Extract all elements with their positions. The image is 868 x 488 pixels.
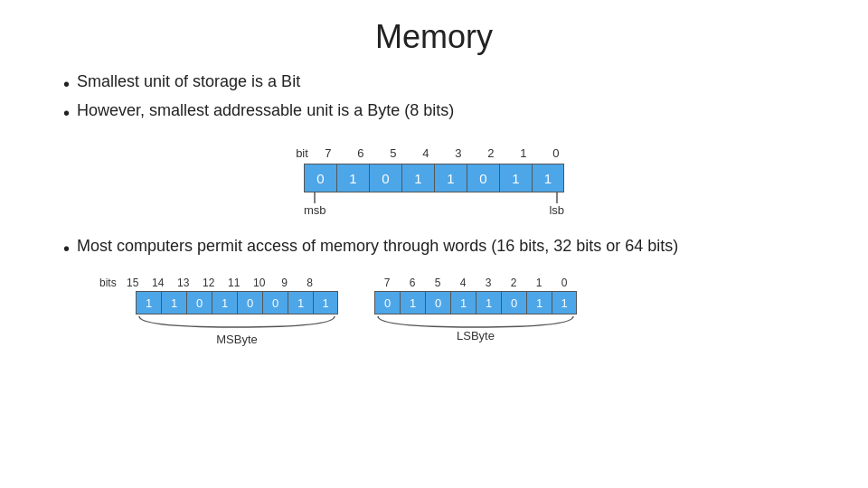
bit-cell-2: 0 [467, 164, 499, 192]
bit-label-0: 0 [540, 146, 572, 160]
word-ls-cell-5: 0 [425, 291, 450, 314]
bit-cell-3: 1 [434, 164, 467, 192]
ls-byte-label: LSByte [457, 329, 495, 343]
word-ms-cell-12: 1 [212, 291, 237, 314]
word-ls-cell-6: 1 [400, 291, 425, 314]
bit-label-4: 4 [410, 146, 442, 160]
word-ms-label-11: 11 [222, 277, 247, 289]
bit-label-6: 6 [344, 146, 377, 160]
word-ls-cell-4: 1 [450, 291, 476, 314]
word-ms-cell-9: 1 [288, 291, 313, 314]
bit-cell-7: 0 [304, 164, 336, 192]
page: Memory Smallest unit of storage is a Bit… [0, 0, 868, 488]
bullet-1: Smallest unit of storage is a Bit [63, 72, 454, 96]
word-ls-cell-0: 1 [552, 291, 577, 314]
word-ls-cell-7: 0 [374, 291, 400, 314]
page-title: Memory [54, 18, 814, 56]
ms-byte-block: bits 15 14 13 12 11 10 9 8 1 1 0 1 0 0 1… [99, 277, 338, 346]
word-ms-label-10: 10 [247, 277, 272, 289]
bit-prefix: bit [296, 146, 308, 160]
word-ls-label-2: 2 [501, 277, 526, 289]
word-ms-cell-8: 1 [313, 291, 338, 314]
word-ms-label-13: 13 [171, 277, 196, 289]
bit-label-2: 2 [475, 146, 507, 160]
word-ms-cell-13: 0 [186, 291, 212, 314]
word-ms-cell-11: 0 [237, 291, 262, 314]
byte-cells-row: 0 1 0 1 1 0 1 1 [304, 164, 564, 192]
bit-cell-5: 0 [369, 164, 401, 192]
word-ms-label-14: 14 [146, 277, 171, 289]
word-ms-label-8: 8 [297, 277, 323, 289]
bullet-3: Most computers permit access of memory t… [63, 237, 678, 260]
word-ms-cell-14: 1 [161, 291, 186, 314]
bit-cell-1: 1 [499, 164, 532, 192]
bit-label-3: 3 [442, 146, 475, 160]
bit-cell-6: 1 [336, 164, 369, 192]
word-ms-label-9: 9 [272, 277, 297, 289]
word-ls-label-4: 4 [450, 277, 476, 289]
bit-label-1: 1 [507, 146, 540, 160]
lsb-label: lsb [549, 203, 564, 217]
bits-prefix: bits [99, 277, 117, 289]
word-ms-label-12: 12 [196, 277, 222, 289]
byte-diagram: bit 7 6 5 4 3 2 1 0 0 1 0 1 1 0 1 1 msb [54, 146, 814, 217]
bit-cell-0: 1 [532, 164, 564, 192]
word-ls-cell-3: 1 [476, 291, 501, 314]
bit-label-7: 7 [312, 146, 344, 160]
bullet-list: Smallest unit of storage is a Bit Howeve… [54, 72, 454, 130]
word-ls-label-6: 6 [400, 277, 425, 289]
word-ls-label-0: 0 [552, 277, 577, 289]
word-ls-label-7: 7 [374, 277, 400, 289]
ls-byte-block: 7 6 5 4 3 2 1 0 0 1 0 1 1 0 1 1 [374, 277, 577, 343]
ms-brace-svg [136, 314, 338, 329]
word-ms-cell-10: 0 [262, 291, 288, 314]
word-ls-cell-2: 0 [501, 291, 526, 314]
word-ls-label-5: 5 [425, 277, 450, 289]
ms-byte-label: MSByte [216, 333, 258, 346]
ls-brace-svg [374, 314, 577, 329]
word-diagram: bits 15 14 13 12 11 10 9 8 1 1 0 1 0 0 1… [99, 277, 577, 346]
bullet-list-2: Most computers permit access of memory t… [54, 237, 678, 266]
bit-cell-4: 1 [401, 164, 434, 192]
word-ls-cell-1: 1 [526, 291, 552, 314]
word-ls-label-3: 3 [476, 277, 501, 289]
word-ls-label-1: 1 [526, 277, 552, 289]
word-ms-cell-15: 1 [136, 291, 161, 314]
bit-labels-row: bit 7 6 5 4 3 2 1 0 [296, 146, 572, 160]
msb-label: msb [304, 203, 326, 217]
bit-label-5: 5 [377, 146, 410, 160]
bullet-2: However, smallest addressable unit is a … [63, 101, 454, 125]
word-ms-label-15: 15 [120, 277, 146, 289]
